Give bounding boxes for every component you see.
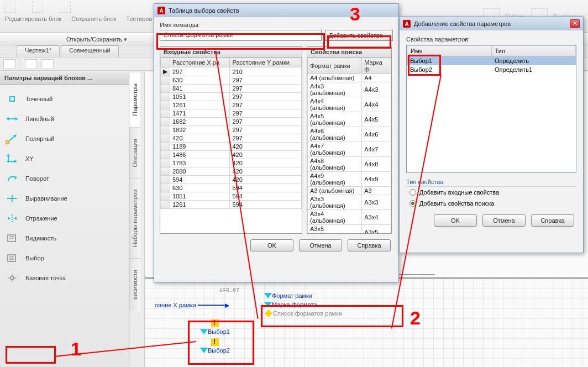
annot-num-2: 2 — [410, 307, 421, 329]
table-row[interactable]: A3x3 (альбомная)A3x3 — [308, 195, 391, 210]
table-row[interactable]: 1783420 — [161, 159, 302, 167]
radio-label: Добавить свойства поиска — [419, 200, 494, 207]
table-row[interactable]: A4x5 (альбомная)A4x5 — [308, 112, 391, 127]
side-tab-deps[interactable]: висимости — [129, 258, 140, 311]
table-row[interactable]: A4x9 (альбомная)A4x9 — [308, 172, 391, 187]
radio-icon — [410, 189, 416, 196]
app-logo-icon: A — [403, 20, 411, 28]
schem-xdist: ояние X рамки — [155, 302, 196, 308]
table-row[interactable]: A4 (альбомная)A4 — [308, 74, 391, 82]
toolbar-label[interactable]: Тестиров — [124, 15, 154, 22]
dlg1-titlebar[interactable]: A Таблица выбора свойств — [154, 4, 398, 17]
input-props-header: Входные свойства — [160, 47, 302, 57]
palette-item[interactable]: Линейный — [1, 109, 128, 129]
side-tab-ops[interactable]: Операции — [129, 127, 140, 178]
list-item[interactable]: Выбор2Определить1 — [407, 65, 576, 74]
menu-open-save[interactable]: Открыть/Сохранить — [66, 36, 127, 43]
cmd-icon[interactable] — [25, 59, 37, 69]
table-row[interactable]: 2080420 — [161, 167, 302, 176]
dlg1-ok-button[interactable]: OK — [250, 239, 293, 251]
svg-marker-11 — [14, 176, 17, 180]
table-row[interactable]: 1261594 — [161, 201, 302, 209]
dlg2-help-button[interactable]: Справка — [531, 214, 574, 227]
table-row[interactable]: 1892297 — [161, 126, 302, 134]
close-icon[interactable]: ✕ — [570, 19, 580, 28]
palette-item[interactable]: XY — [1, 149, 128, 169]
palette-item-icon — [6, 93, 19, 104]
table-row[interactable]: 1682297 — [161, 118, 302, 126]
palette-item[interactable]: Отражение — [1, 208, 128, 228]
dlg2-ok-button[interactable]: OK — [434, 214, 477, 227]
palette-title: Палитры вариаций блоков ... — [0, 72, 129, 85]
col-name[interactable]: Имя — [407, 45, 492, 56]
svg-marker-10 — [7, 154, 10, 156]
toolbar-label[interactable]: Сохранить блок — [69, 15, 118, 22]
palette-item[interactable]: Точечный — [1, 89, 128, 109]
param-list[interactable]: Имя Тип Выбор1ОпределитьВыбор2Определить… — [406, 45, 576, 173]
table-row[interactable]: A4x8 (альбомная)A4x8 — [308, 157, 391, 172]
table-row[interactable]: A4x4 (альбомная)A4x4 — [308, 97, 391, 112]
dlg2-titlebar[interactable]: A Добавление свойства параметров ✕ — [400, 17, 583, 30]
palette-item[interactable]: Выбор — [1, 248, 128, 268]
table-row[interactable]: A3x5 (альбомная)A3x5 — [308, 225, 391, 234]
toolbar-icon[interactable] — [4, 2, 15, 13]
side-tab-sets[interactable]: Наборы параметров — [129, 178, 140, 258]
palette-item[interactable]: Полярный — [1, 129, 128, 149]
palette-item-label: Полярный — [25, 135, 54, 142]
annot-num-3: 3 — [350, 3, 360, 25]
dlg2-cancel-button[interactable]: Отмена — [482, 214, 526, 227]
table-row[interactable]: ▶297210 — [161, 67, 302, 76]
toolbar-label[interactable]: Редактировать блок — [3, 15, 64, 22]
cmd-icon[interactable] — [3, 59, 15, 69]
palette-item-icon — [6, 173, 19, 184]
chevron-down-icon — [200, 329, 208, 334]
dlg1-cancel-button[interactable]: Отмена — [299, 239, 342, 251]
col-format[interactable]: Формат рамки — [308, 58, 362, 74]
dlg1-help-button[interactable]: Справка — [348, 239, 391, 251]
search-props-header: Свойства поиска — [307, 47, 391, 57]
palette-item[interactable]: Поворот — [1, 169, 128, 188]
side-tab-params[interactable]: Параметры — [129, 72, 140, 127]
palette-item[interactable]: Базовая точка — [1, 268, 128, 288]
add-properties-button[interactable]: Добавить свойства ... — [325, 30, 393, 41]
table-row[interactable]: 630594 — [161, 184, 302, 192]
palette-item[interactable]: Выравнивание — [1, 188, 128, 208]
dialog-property-table: A Таблица выбора свойств Имя команды: Сп… — [154, 3, 399, 282]
table-row[interactable]: 1471297 — [161, 109, 302, 118]
table-row[interactable]: A4x3 (альбомная)A4x3 — [308, 82, 391, 97]
table-row[interactable]: A3x4 (альбомная)A3x4 — [308, 210, 391, 225]
palette-item-icon — [6, 113, 19, 124]
palette-item-icon — [6, 213, 19, 224]
table-row[interactable]: 841297 — [161, 85, 302, 93]
palette-item[interactable]: Видимость — [1, 228, 128, 248]
table-row[interactable]: A3 (альбомная)A3 — [308, 187, 391, 195]
tab-drawing[interactable]: Чертеж1* — [17, 45, 60, 57]
schem-v2: Выбор2 — [208, 347, 230, 354]
cmd-icon[interactable] — [41, 59, 54, 69]
col-type[interactable]: Тип — [492, 45, 576, 56]
table-row[interactable]: 420297 — [161, 134, 302, 143]
diamond-icon — [265, 310, 272, 317]
table-row[interactable]: 1261297 — [161, 101, 302, 109]
annot-num-1: 1 — [71, 338, 81, 360]
app-logo-icon: A — [158, 7, 165, 14]
list-item[interactable]: Выбор1Определить — [407, 56, 576, 65]
tab-combined[interactable]: Совмещенный — [61, 45, 119, 57]
radio-input-props[interactable]: Добавить входные свойства — [406, 187, 576, 198]
input-props-grid: Входные свойства Расстояние X ра Расстоя… — [160, 46, 302, 234]
table-row[interactable]: A4x6 (альбомная)A4x6 — [308, 127, 391, 142]
table-row[interactable]: 594420 — [161, 176, 302, 184]
col-xdist[interactable]: Расстояние X ра — [170, 58, 230, 67]
svg-marker-9 — [14, 160, 17, 163]
toolbar-icon[interactable] — [32, 2, 43, 13]
table-row[interactable]: 1051594 — [161, 192, 302, 201]
table-row[interactable]: 1051297 — [161, 93, 302, 101]
toolbar-icon[interactable] — [60, 2, 71, 13]
table-row[interactable]: 630297 — [161, 76, 302, 85]
col-ydist[interactable]: Расстояние Y рамки — [230, 58, 302, 67]
command-name-input[interactable]: Список форматов рамки — [160, 30, 322, 41]
radio-search-props[interactable]: Добавить свойства поиска — [406, 198, 576, 209]
table-row[interactable]: A4x7 (альбомная)A4x7 — [308, 142, 391, 157]
col-mark[interactable]: Марка ф — [362, 58, 391, 74]
palette-item-label: Базовая точка — [25, 275, 66, 281]
